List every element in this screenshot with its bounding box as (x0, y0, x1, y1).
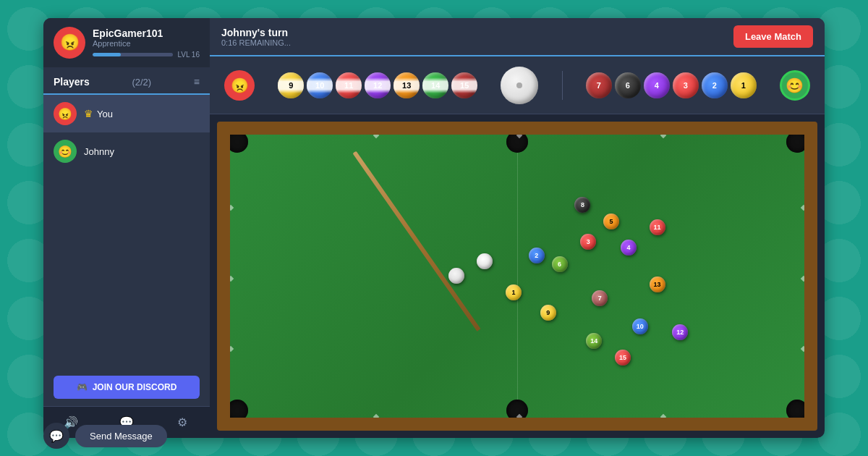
turn-label: Johnny's turn (221, 27, 291, 38)
rack-player-you: 😠 (224, 70, 255, 101)
pool-table[interactable]: 8 3 1 2 4 5 6 11 9 10 7 14 13 (217, 122, 817, 431)
ball-13: 13 (393, 72, 420, 98)
turn-info: Johnny's turn 0:16 REMAINING... (221, 27, 291, 47)
send-message-bar: 💬 Send Message (43, 423, 167, 449)
player-name-row-johnny: Johnny (84, 146, 114, 157)
player-name-johnny: Johnny (84, 146, 114, 157)
player-emoji-johnny: 😊 (58, 145, 72, 159)
ball-rack: 😠 9 10 11 (210, 56, 825, 114)
player-name-row-you: ♛ You (84, 108, 113, 119)
game-header: Johnny's turn 0:16 REMAINING... Leave Ma… (210, 18, 825, 56)
player-list: 😠 ♛ You 😊 Johnny (43, 95, 210, 368)
ball-14: 14 (422, 72, 448, 98)
center-line (517, 135, 518, 418)
table-ball-o: 15 (615, 350, 631, 366)
ball-9: 9 (278, 72, 304, 98)
ball-2: 2 (702, 72, 728, 98)
filter-icon[interactable]: ≡ (194, 76, 200, 88)
xp-bar-fill (93, 53, 121, 56)
xp-bar-background (93, 53, 173, 56)
rack-avatar-johnny: 😊 (780, 70, 810, 101)
cue-ball-rack (501, 67, 538, 104)
stripes-group: 9 10 11 12 1 (278, 72, 477, 98)
send-message-button[interactable]: Send Message (75, 425, 167, 447)
pool-table-wrapper: 8 3 1 2 4 5 6 11 9 10 7 14 13 (210, 114, 825, 438)
table-ball-h (448, 268, 464, 284)
user-rank: Apprentice (93, 39, 200, 48)
table-ball-f: 6 (552, 256, 568, 272)
table-ball-i: 9 (540, 305, 556, 321)
ball-7: 7 (586, 72, 612, 98)
discord-icon: 🎮 (77, 382, 88, 392)
players-count: (2/2) (132, 77, 151, 88)
ball-6: 6 (615, 72, 641, 98)
leave-match-button[interactable]: Leave Match (733, 25, 813, 48)
player-name-you: You (97, 109, 113, 119)
pocket-bottom-left (226, 400, 248, 421)
discord-label: JOIN OUR DISCORD (93, 382, 177, 392)
player-item-johnny[interactable]: 😊 Johnny (43, 132, 210, 170)
sidebar: 😠 EpicGamer101 Apprentice LVL 16 Players… (43, 18, 210, 438)
players-title: Players (54, 76, 90, 88)
main-container: 😠 EpicGamer101 Apprentice LVL 16 Players… (43, 18, 825, 438)
ball-3: 3 (673, 72, 699, 98)
ball-15: 15 (451, 72, 477, 98)
rack-divider (562, 71, 563, 100)
turn-timer: 0:16 REMAINING... (221, 38, 291, 47)
table-ball-a: 3 (580, 234, 596, 250)
ball-10: 10 (307, 72, 333, 98)
player-avatar-johnny: 😊 (54, 140, 77, 163)
table-ball-m: 13 (650, 276, 665, 292)
settings-icon: ⚙ (177, 415, 187, 429)
user-info: EpicGamer101 Apprentice LVL 16 (93, 28, 200, 59)
chat-bubble-icon: 💬 (49, 429, 64, 443)
chat-avatar-button[interactable]: 💬 (43, 423, 69, 449)
user-avatar-emoji: 😠 (60, 35, 80, 51)
ball-11: 11 (336, 72, 362, 98)
user-header: 😠 EpicGamer101 Apprentice LVL 16 (43, 18, 210, 67)
crown-icon-you: ♛ (84, 108, 93, 119)
player-avatar-you: 😠 (54, 102, 77, 125)
player-emoji-you: 😠 (58, 107, 72, 121)
table-ball-g: 11 (650, 219, 665, 235)
rack-avatar-you: 😠 (224, 70, 255, 101)
discord-button[interactable]: 🎮 JOIN OUR DISCORD (54, 376, 200, 399)
pocket-top-left (226, 131, 248, 153)
pocket-bottom-middle (506, 400, 528, 421)
table-ball-l: 14 (586, 333, 602, 349)
ball-4: 4 (644, 72, 670, 98)
game-canvas: 😠 9 10 11 (210, 56, 825, 438)
solids-group: 7 6 4 3 2 1 (586, 72, 757, 98)
rack-player-johnny: 😊 (780, 70, 810, 101)
ball-1: 1 (731, 72, 757, 98)
ball-12: 12 (365, 72, 391, 98)
rack-emoji-you: 😠 (231, 77, 249, 94)
pocket-bottom-right (786, 400, 808, 421)
table-ball-j: 10 (632, 318, 648, 334)
table-ball-d: 4 (621, 240, 637, 256)
user-avatar: 😠 (54, 27, 85, 59)
players-header: Players (2/2) ≡ (43, 67, 210, 93)
game-area: Johnny's turn 0:16 REMAINING... Leave Ma… (210, 18, 825, 438)
xp-bar-container: LVL 16 (93, 51, 200, 59)
username: EpicGamer101 (93, 28, 200, 39)
level-badge: LVL 16 (177, 51, 200, 59)
rack-emoji-johnny: 😊 (786, 77, 804, 94)
player-item-you[interactable]: 😠 ♛ You (43, 95, 210, 132)
pocket-top-right (786, 131, 808, 153)
